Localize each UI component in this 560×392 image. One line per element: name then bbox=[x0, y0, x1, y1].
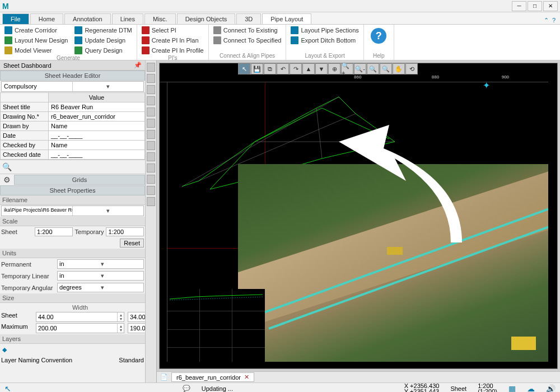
filename-field[interactable]: ika\Pipe Projects\R6 Beaver Run\r6_beave… bbox=[1, 206, 144, 216]
reset-button[interactable]: Reset bbox=[120, 239, 144, 248]
profile-view bbox=[167, 289, 265, 362]
connect-specified-button[interactable]: Connect To Specified bbox=[212, 36, 283, 45]
query-design-button[interactable]: Query Design bbox=[73, 46, 133, 55]
vtool-icon[interactable] bbox=[147, 130, 155, 139]
table-row: Checked date__-__-____ bbox=[1, 150, 145, 160]
sheet-dashboard-header: Sheet Dashboard📌 bbox=[0, 60, 145, 71]
layout-pipe-sections-button[interactable]: Layout Pipe Sections bbox=[290, 26, 360, 35]
temp-linear-select[interactable]: in▾ bbox=[57, 271, 144, 281]
search-icon[interactable]: 🔍 bbox=[2, 162, 12, 171]
ribbon: Create Corridor Layout New Design Model … bbox=[0, 25, 560, 60]
chat-icon[interactable]: 💬 bbox=[183, 385, 190, 392]
grid-icon[interactable]: ▦ bbox=[508, 384, 516, 393]
temp-angular-select[interactable]: degrees▾ bbox=[57, 283, 144, 292]
sheet-properties-header[interactable]: Sheet Properties bbox=[0, 185, 145, 195]
cursor-status-icon[interactable]: ↖ bbox=[4, 384, 11, 393]
document-tabs: 📄 r6_beaver_run_corridor✕ bbox=[157, 371, 560, 382]
connect-existing-button[interactable]: Connect To Existing bbox=[212, 26, 283, 35]
collapse-ribbon-icon[interactable]: ⌃ bbox=[544, 17, 549, 24]
tab-file[interactable]: File bbox=[2, 13, 29, 24]
max-height-input[interactable]: ▴▾ bbox=[128, 323, 146, 333]
up-icon[interactable]: ▲ bbox=[302, 63, 315, 74]
close-tab-icon[interactable]: ✕ bbox=[244, 374, 249, 381]
size-label: Size bbox=[0, 293, 145, 303]
zoom-window-icon[interactable]: 🔍 bbox=[367, 63, 379, 74]
vtool-icon[interactable] bbox=[147, 186, 155, 195]
status-text: Updating ... bbox=[202, 385, 233, 392]
tab-lines[interactable]: Lines bbox=[112, 13, 143, 24]
down-icon[interactable]: ▼ bbox=[315, 63, 328, 74]
undo-icon[interactable]: ↶ bbox=[277, 63, 289, 74]
select-pi-button[interactable]: Select PI bbox=[141, 26, 205, 35]
vtool-icon[interactable] bbox=[147, 175, 155, 184]
model-viewer-button[interactable]: Model Viewer bbox=[3, 46, 69, 55]
window-titlebar: M ─ □ ✕ bbox=[0, 0, 560, 12]
create-corridor-button[interactable]: Create Corridor bbox=[3, 26, 69, 35]
vtool-icon[interactable] bbox=[147, 108, 155, 116]
sheet-width-input[interactable]: ▴▾ bbox=[36, 312, 124, 322]
rotate-icon[interactable]: ⟲ bbox=[405, 63, 418, 74]
sheet-scale-input[interactable] bbox=[35, 227, 73, 236]
vtool-icon[interactable] bbox=[147, 119, 155, 128]
vtool-icon[interactable] bbox=[147, 164, 155, 172]
update-design-button[interactable]: Update Design bbox=[73, 36, 133, 45]
maximize-button[interactable]: □ bbox=[528, 1, 542, 11]
temp-scale-input[interactable] bbox=[106, 227, 144, 236]
tab-misc[interactable]: Misc. bbox=[144, 13, 176, 24]
sheet-dashboard-panel: Sheet Dashboard📌 Sheet Header Editor Com… bbox=[0, 60, 146, 382]
vtool-icon[interactable] bbox=[147, 197, 155, 206]
header-properties-table: Value Sheet titleR6 Beaver Run Drawing N… bbox=[0, 92, 145, 160]
sheet-header-editor-header[interactable]: Sheet Header Editor bbox=[0, 71, 145, 81]
gear-icon[interactable]: ⚙ bbox=[0, 174, 14, 185]
export-ditch-bottom-button[interactable]: Export Ditch Bottom bbox=[290, 36, 360, 45]
redo-icon[interactable]: ↷ bbox=[290, 63, 302, 74]
units-label: Units bbox=[0, 249, 145, 258]
ribbon-group-help: Help bbox=[367, 53, 390, 59]
create-pi-profile-button[interactable]: Create PI In Profile bbox=[141, 46, 205, 55]
sheet-mode[interactable]: Sheet bbox=[450, 385, 466, 392]
grids-header[interactable]: Grids bbox=[14, 175, 145, 185]
compass-icon: ✦ bbox=[483, 80, 490, 91]
copy-icon[interactable]: ⧉ bbox=[264, 63, 276, 74]
help-ribbon-icon[interactable]: ? bbox=[552, 17, 556, 24]
regenerate-dtm-button[interactable]: Regenerate DTM bbox=[73, 26, 133, 35]
zoom-prev-icon[interactable]: 🔍 bbox=[380, 63, 392, 74]
layout-new-design-button[interactable]: Layout New Design bbox=[3, 36, 69, 45]
vtool-icon[interactable] bbox=[147, 74, 155, 83]
sheet-height-input[interactable]: ▴▾ bbox=[128, 312, 146, 322]
cursor-icon[interactable]: ↖ bbox=[238, 63, 250, 74]
vtool-icon[interactable] bbox=[147, 152, 155, 161]
tab-3d[interactable]: 3D bbox=[236, 13, 261, 24]
permanent-units-select[interactable]: in▾ bbox=[57, 259, 144, 269]
document-tab[interactable]: r6_beaver_run_corridor✕ bbox=[171, 372, 254, 382]
save-icon[interactable]: 💾 bbox=[251, 63, 263, 74]
tab-home[interactable]: Home bbox=[30, 13, 63, 24]
create-pi-plan-button[interactable]: Create PI In Plan bbox=[141, 36, 205, 45]
compulsory-dropdown[interactable]: Compulsory▾ bbox=[1, 81, 144, 92]
vtool-icon[interactable] bbox=[147, 85, 155, 94]
tab-design-objects[interactable]: Design Objects bbox=[177, 13, 236, 24]
vtool-icon[interactable] bbox=[147, 96, 155, 105]
doc-icon: 📄 bbox=[160, 374, 168, 381]
tab-pipe-layout[interactable]: Pipe Layout bbox=[262, 13, 311, 24]
excavator-icon bbox=[387, 247, 403, 255]
help-button[interactable]: ? bbox=[371, 28, 386, 44]
layers-icon[interactable]: ◆ bbox=[2, 346, 7, 353]
pan-icon[interactable]: ✋ bbox=[393, 63, 405, 74]
zoom-out-icon[interactable]: 🔍- bbox=[354, 63, 366, 74]
max-width-input[interactable]: ▴▾ bbox=[36, 323, 124, 333]
viewport[interactable]: ↖ 💾 ⧉ ↶ ↷ ▲ ▼ ⊕ 🔍+ 🔍- 🔍 🔍 ✋ ⟲ 860 bbox=[159, 63, 558, 369]
zoom-extents-icon[interactable]: ⊕ bbox=[328, 63, 340, 74]
tab-annotation[interactable]: Annotation bbox=[64, 13, 111, 24]
close-button[interactable]: ✕ bbox=[543, 1, 558, 11]
minimize-button[interactable]: ─ bbox=[512, 1, 526, 11]
sound-icon[interactable]: 🔊 bbox=[546, 384, 556, 393]
table-row: Drawn byName bbox=[1, 122, 145, 131]
ribbon-group-connect: Connect & Align Pipes bbox=[212, 53, 283, 59]
zoom-in-icon[interactable]: 🔍+ bbox=[341, 63, 353, 74]
vtool-icon[interactable] bbox=[147, 141, 155, 150]
pin-icon[interactable]: 📌 bbox=[134, 62, 142, 69]
vtool-icon[interactable] bbox=[147, 63, 155, 72]
cloud-icon[interactable]: ☁ bbox=[527, 384, 535, 393]
table-row: Date__-__-____ bbox=[1, 131, 145, 141]
